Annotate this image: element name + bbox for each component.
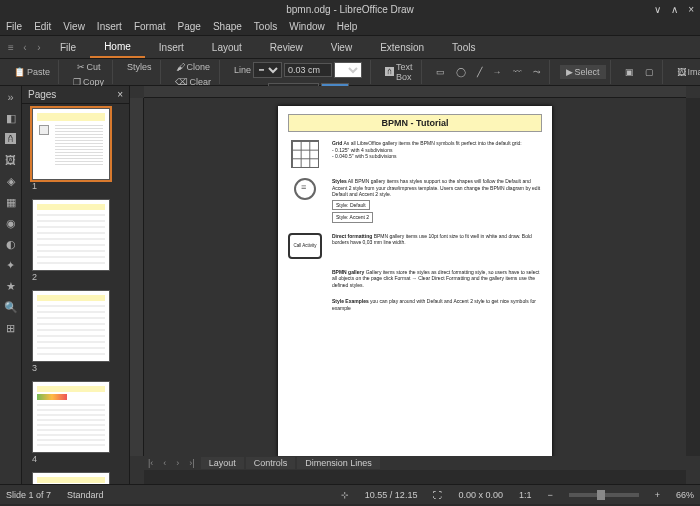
hamburger-icon[interactable]: ≡ [4, 42, 18, 53]
nav-prev-icon[interactable]: ‹ [18, 42, 32, 53]
call-activity-icon: Call Activity [288, 233, 322, 259]
style-accent2-btn: Style: Accent 2 [332, 212, 373, 223]
viewtab-dimension[interactable]: Dimension Lines [297, 457, 380, 469]
cut-button[interactable]: ✂ Cut [73, 60, 105, 74]
menu-view[interactable]: View [63, 21, 85, 32]
star-icon[interactable]: ★ [4, 279, 18, 293]
last-page-icon[interactable]: ›| [185, 457, 198, 469]
shape-arrow-icon[interactable]: → [489, 65, 506, 79]
status-size: 0.00 x 0.00 [458, 490, 503, 500]
grid-icon[interactable]: ⊞ [4, 321, 18, 335]
zoom-in-icon[interactable]: + [655, 490, 660, 500]
navigator-icon[interactable]: ◈ [4, 174, 18, 188]
menu-format[interactable]: Format [134, 21, 166, 32]
arrange-front-icon[interactable]: ▣ [621, 65, 638, 79]
page-thumb-5[interactable]: 5 [32, 472, 119, 484]
document-viewport[interactable]: BPMN - Tutorial Grid As all LibreOffice … [144, 98, 686, 456]
line-width-input[interactable] [284, 63, 332, 77]
line-label: Line [234, 65, 251, 75]
page-thumb-4[interactable]: 4 [32, 381, 119, 464]
menu-shape[interactable]: Shape [213, 21, 242, 32]
prev-page-icon[interactable]: ‹ [159, 457, 170, 469]
grid-diagram-icon [291, 140, 319, 168]
shape-ellipse-icon[interactable]: ◯ [452, 65, 470, 79]
line-style-select[interactable]: ━ [253, 62, 282, 78]
status-position: 10.55 / 12.15 [365, 490, 418, 500]
style-default-btn: Style: Default [332, 200, 370, 211]
page-thumb-1[interactable]: 1 [32, 108, 119, 191]
tab-extension[interactable]: Extension [366, 38, 438, 57]
vertical-toolbar: » ◧ 🅰 🖼 ◈ ▦ ◉ ◐ ✦ ★ 🔍 ⊞ [0, 86, 22, 484]
status-size-icon: ⛶ [433, 490, 442, 500]
close-icon[interactable]: × [688, 4, 694, 15]
menu-window[interactable]: Window [289, 21, 325, 32]
properties-icon[interactable]: ◧ [4, 111, 18, 125]
tab-review[interactable]: Review [256, 38, 317, 57]
page-thumb-2[interactable]: 2 [32, 199, 119, 282]
line-color-select[interactable] [334, 62, 362, 78]
nav-next-icon[interactable]: › [32, 42, 46, 53]
gallery-icon[interactable]: 🖼 [4, 153, 18, 167]
shape-connector-icon[interactable]: ⤳ [529, 65, 545, 79]
image-button[interactable]: 🖼 Image [673, 65, 700, 79]
zoom-slider[interactable] [569, 493, 639, 497]
ribbon-tabbar: ≡ ‹ › File Home Insert Layout Review Vie… [0, 36, 700, 58]
minimize-icon[interactable]: ∨ [654, 4, 661, 15]
expand-icon[interactable]: » [4, 90, 18, 104]
zoom-icon[interactable]: 🔍 [4, 300, 18, 314]
textbox-button[interactable]: 🅰 Text Box [381, 60, 417, 84]
page-icon[interactable]: ▦ [4, 195, 18, 209]
status-scale[interactable]: 1:1 [519, 490, 532, 500]
zoom-out-icon[interactable]: − [547, 490, 552, 500]
window-title: bpmn.odg - LibreOffice Draw [286, 4, 414, 15]
document-page[interactable]: BPMN - Tutorial Grid As all LibreOffice … [278, 106, 552, 456]
horizontal-scrollbar[interactable] [144, 470, 686, 484]
paste-button[interactable]: 📋Paste [10, 65, 54, 79]
next-page-icon[interactable]: › [172, 457, 183, 469]
shape-rect-icon[interactable]: ▭ [432, 65, 449, 79]
clone-button[interactable]: 🖌 Clone [172, 60, 215, 74]
tab-layout[interactable]: Layout [198, 38, 256, 57]
tab-home[interactable]: Home [90, 37, 145, 58]
task-diagram-icon [294, 178, 316, 200]
page-thumbnails[interactable]: 1 2 3 4 5 [22, 104, 129, 484]
status-bar: Slide 1 of 7 Standard ⊹ 10.55 / 12.15 ⛶ … [0, 484, 700, 504]
shapes-icon[interactable]: ◉ [4, 216, 18, 230]
viewtab-layout[interactable]: Layout [201, 457, 244, 469]
status-mode: Standard [67, 490, 104, 500]
menu-bar: File Edit View Insert Format Page Shape … [0, 18, 700, 36]
first-page-icon[interactable]: |‹ [144, 457, 157, 469]
horizontal-ruler[interactable] [144, 86, 686, 98]
styles-icon[interactable]: 🅰 [4, 132, 18, 146]
menu-insert[interactable]: Insert [97, 21, 122, 32]
arrange-back-icon[interactable]: ▢ [641, 65, 658, 79]
tab-insert[interactable]: Insert [145, 38, 198, 57]
ribbon-toolbar: 📋Paste ✂ Cut ❐ Copy Styles 🖌 Clone ⌫ Cle… [0, 58, 700, 86]
title-bar: bpmn.odg - LibreOffice Draw ∨ ∧ × [0, 0, 700, 18]
tab-view[interactable]: View [317, 38, 367, 57]
vertical-scrollbar[interactable] [686, 98, 700, 456]
tab-tools[interactable]: Tools [438, 38, 489, 57]
fill-icon[interactable]: ◐ [4, 237, 18, 251]
tab-file[interactable]: File [46, 38, 90, 57]
status-slide: Slide 1 of 7 [6, 490, 51, 500]
pages-panel-title: Pages [28, 89, 56, 100]
menu-tools[interactable]: Tools [254, 21, 277, 32]
menu-edit[interactable]: Edit [34, 21, 51, 32]
shape-curve-icon[interactable]: 〰 [509, 65, 526, 79]
shape-line-icon[interactable]: ╱ [473, 65, 486, 79]
page-thumb-3[interactable]: 3 [32, 290, 119, 373]
menu-page[interactable]: Page [178, 21, 201, 32]
pages-panel: Pages× 1 2 3 4 5 [22, 86, 130, 484]
effects-icon[interactable]: ✦ [4, 258, 18, 272]
status-zoom[interactable]: 66% [676, 490, 694, 500]
panel-close-icon[interactable]: × [117, 89, 123, 100]
canvas-area: BPMN - Tutorial Grid As all LibreOffice … [130, 86, 700, 484]
select-button[interactable]: ▶ Select [560, 65, 606, 79]
menu-file[interactable]: File [6, 21, 22, 32]
maximize-icon[interactable]: ∧ [671, 4, 678, 15]
styles-button[interactable]: Styles [123, 60, 156, 74]
menu-help[interactable]: Help [337, 21, 358, 32]
viewtab-controls[interactable]: Controls [246, 457, 296, 469]
vertical-ruler[interactable] [130, 98, 144, 456]
